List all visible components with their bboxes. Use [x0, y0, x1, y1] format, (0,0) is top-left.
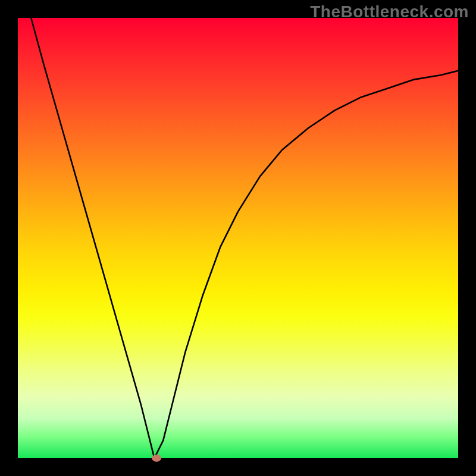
chart-frame: TheBottleneck.com — [0, 0, 476, 476]
optimum-marker — [152, 455, 161, 462]
chart-svg — [18, 18, 458, 458]
bottleneck-curve-line — [31, 18, 458, 458]
